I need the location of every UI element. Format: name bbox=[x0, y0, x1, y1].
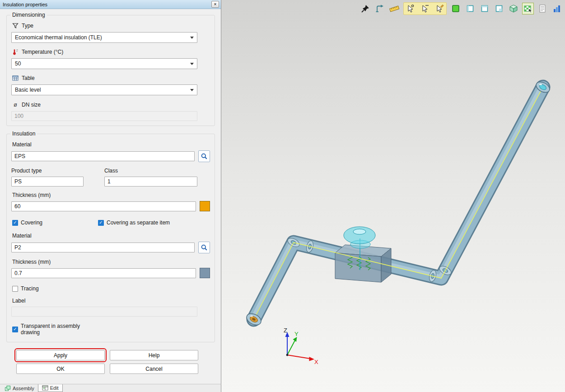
shaded-render-button[interactable] bbox=[450, 3, 461, 14]
covering-label: Covering bbox=[21, 219, 42, 226]
z-axis-label: Z bbox=[284, 327, 287, 334]
view-face-2-button[interactable] bbox=[479, 3, 490, 14]
apply-button[interactable]: Apply bbox=[16, 350, 105, 360]
application-window: Insulation properties × Dimensioning Typ… bbox=[0, 0, 565, 392]
type-select[interactable]: Economical thermal insulation (TLE) bbox=[11, 32, 197, 43]
report-button[interactable] bbox=[537, 3, 548, 14]
class-label: Class bbox=[104, 168, 210, 174]
work-plane-button[interactable] bbox=[523, 3, 533, 14]
tab-edit[interactable]: Edit bbox=[38, 384, 63, 392]
move-rotate-button[interactable] bbox=[374, 3, 385, 14]
temperature-label: Temperature (°C) bbox=[22, 49, 63, 55]
diameter-icon: ø bbox=[12, 101, 19, 108]
label-input bbox=[11, 307, 197, 317]
material-browse-button[interactable] bbox=[198, 150, 210, 162]
pin-icon bbox=[361, 4, 370, 13]
snap-reference-icon bbox=[406, 4, 415, 13]
magnifier-icon bbox=[201, 153, 208, 160]
snap-reference-button[interactable] bbox=[405, 3, 416, 14]
covering-separate-checkbox[interactable]: ✓ Covering as separate item bbox=[98, 219, 170, 226]
pin-button[interactable] bbox=[360, 3, 371, 14]
measure-ruler-icon bbox=[389, 4, 399, 13]
type-select-value: Economical thermal insulation (TLE) bbox=[15, 34, 102, 41]
tracing-label: Tracing bbox=[21, 285, 39, 292]
y-axis-label: Y bbox=[294, 331, 299, 337]
dimensioning-legend: Dimensioning bbox=[10, 12, 47, 18]
model-viewport[interactable]: Z Y X bbox=[221, 0, 565, 392]
axes-origin bbox=[286, 354, 289, 356]
tracing-checkbox[interactable]: ✓ Tracing bbox=[12, 285, 98, 292]
temperature-select[interactable]: 50 bbox=[11, 58, 197, 69]
dialog-titlebar[interactable]: Insulation properties × bbox=[0, 0, 221, 9]
tab-assembly-label: Assembly bbox=[13, 386, 34, 391]
view-face-3-button[interactable] bbox=[494, 3, 504, 14]
panel-tabbar: Assembly Edit bbox=[0, 384, 221, 392]
pipe-highlight bbox=[252, 85, 542, 317]
organizer-button[interactable] bbox=[551, 3, 562, 14]
pipe-model-scene[interactable]: Z Y X bbox=[221, 0, 565, 392]
table-label-row: Table bbox=[12, 75, 210, 81]
check-icon: ✓ bbox=[99, 220, 103, 225]
table-select[interactable]: Basic level bbox=[11, 84, 197, 95]
thickness-label: Thickness (mm) bbox=[12, 192, 210, 198]
temperature-label-row: Temperature (°C) bbox=[12, 49, 210, 55]
snap-geometry-button[interactable] bbox=[420, 3, 430, 14]
insulation-legend: Insulation bbox=[10, 131, 37, 137]
type-label: Type bbox=[22, 23, 33, 29]
close-button[interactable]: × bbox=[211, 1, 219, 8]
dialog-title: Insulation properties bbox=[3, 2, 211, 7]
class-input[interactable] bbox=[104, 177, 197, 187]
ok-button[interactable]: OK bbox=[16, 364, 105, 374]
dialog-buttons: Apply Help OK Cancel bbox=[16, 350, 215, 374]
assembly-icon bbox=[5, 385, 11, 392]
orientation-axes: Z Y X bbox=[284, 327, 318, 365]
type-label-row: Type bbox=[12, 23, 210, 29]
pipe-outline[interactable] bbox=[254, 87, 543, 319]
move-rotate-icon bbox=[375, 4, 384, 13]
transparent-row: ✓ Transparent in assembly drawing bbox=[12, 323, 210, 336]
product-type-label: Product type bbox=[11, 168, 84, 174]
shaded-face-icon bbox=[451, 4, 460, 13]
x-axis-label: X bbox=[314, 359, 318, 365]
thermometer-icon bbox=[12, 49, 19, 55]
snap-nearest-button[interactable] bbox=[434, 3, 445, 14]
covering-material-input[interactable] bbox=[11, 243, 195, 252]
covering-thickness-label: Thickness (mm) bbox=[12, 259, 210, 265]
insulation-properties-dialog: Insulation properties × Dimensioning Typ… bbox=[0, 0, 221, 384]
pipe-insulation[interactable] bbox=[254, 87, 543, 319]
thickness-input[interactable] bbox=[11, 201, 196, 211]
checkbox-box: ✓ bbox=[12, 286, 18, 292]
check-icon: ✓ bbox=[13, 220, 17, 225]
transparent-checkbox[interactable]: ✓ Transparent in assembly drawing bbox=[12, 323, 98, 336]
covering-thickness-input[interactable] bbox=[11, 268, 196, 278]
covering-checkbox[interactable]: ✓ Covering bbox=[12, 219, 98, 226]
snap-toggle-group bbox=[403, 2, 447, 15]
product-type-input[interactable] bbox=[11, 177, 84, 187]
covering-row: ✓ Covering ✓ Covering as separate item bbox=[12, 219, 210, 226]
table-select-value: Basic level bbox=[15, 87, 41, 93]
checkbox-box: ✓ bbox=[12, 327, 18, 332]
covering-thickness-row bbox=[11, 268, 210, 278]
material-label: Material bbox=[12, 141, 210, 148]
view-face-2-icon bbox=[480, 4, 489, 13]
close-icon: × bbox=[214, 2, 217, 7]
label-label: Label bbox=[12, 298, 210, 304]
view-face-1-button[interactable] bbox=[465, 3, 476, 14]
covering-material-browse-button[interactable] bbox=[198, 242, 210, 253]
pipe-centerline bbox=[254, 87, 543, 319]
material-input[interactable] bbox=[11, 151, 195, 161]
check-icon: ✓ bbox=[13, 327, 17, 331]
insulation-color-swatch[interactable] bbox=[200, 201, 210, 211]
covering-material-label: Material bbox=[12, 233, 210, 239]
help-button[interactable]: Help bbox=[110, 350, 198, 360]
tab-assembly[interactable]: Assembly bbox=[1, 384, 38, 392]
iso-view-button[interactable] bbox=[508, 3, 519, 14]
thickness-row bbox=[11, 201, 210, 211]
measure-button[interactable] bbox=[389, 3, 400, 14]
cancel-button[interactable]: Cancel bbox=[110, 364, 198, 374]
dialog-body: Dimensioning Type Economical thermal ins… bbox=[0, 9, 221, 374]
chevron-down-icon bbox=[190, 89, 194, 91]
table-icon bbox=[12, 75, 19, 81]
filter-funnel-icon bbox=[12, 23, 19, 29]
covering-color-swatch[interactable] bbox=[200, 268, 210, 278]
